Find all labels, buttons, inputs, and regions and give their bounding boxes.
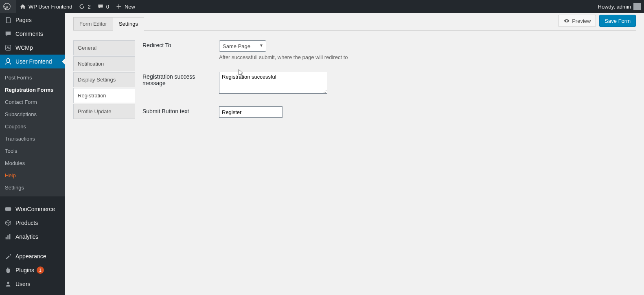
save-label: Save Form xyxy=(605,18,631,24)
comment-icon xyxy=(97,3,104,10)
wcmp-icon xyxy=(4,44,12,52)
menu-wcmp-label: WCMp xyxy=(15,44,33,51)
ab-updates[interactable]: 2 xyxy=(75,0,94,13)
menu-user-frontend[interactable]: User Frontend xyxy=(0,55,65,68)
admin-sidebar: Pages Comments WCMp User Frontend Post F… xyxy=(0,13,65,129)
menu-comments[interactable]: Comments xyxy=(0,27,65,41)
menu-pages-label: Pages xyxy=(15,17,32,23)
menu-comments-label: Comments xyxy=(15,31,43,37)
settings-tab-general[interactable]: General xyxy=(73,40,135,55)
ab-comments[interactable]: 0 xyxy=(94,0,112,13)
settings-vertical-tabs: General Notification Display Settings Re… xyxy=(73,40,135,129)
menu-pages[interactable]: Pages xyxy=(0,13,65,27)
update-icon xyxy=(79,3,85,10)
settings-tab-display[interactable]: Display Settings xyxy=(73,72,135,87)
plus-icon xyxy=(116,3,122,10)
label-submit-button-text: Submit Button text xyxy=(142,106,219,114)
sub-contact-form[interactable]: Contact Form xyxy=(0,96,65,108)
settings-body: Redirect To Same Page After successfull … xyxy=(135,40,636,129)
svg-rect-1 xyxy=(6,45,11,51)
eye-icon xyxy=(563,18,570,24)
tab-settings[interactable]: Settings xyxy=(113,17,144,31)
wp-logo[interactable] xyxy=(0,0,16,13)
submenu-user-frontend: Post Forms Registration Forms Contact Fo… xyxy=(0,68,65,129)
menu-wcmp[interactable]: WCMp xyxy=(0,41,65,55)
preview-label: Preview xyxy=(572,18,591,24)
input-submit-button-text[interactable] xyxy=(219,106,283,118)
ab-user[interactable]: Howdy, admin xyxy=(595,0,644,13)
pages-icon xyxy=(4,16,12,24)
ab-site-home[interactable]: WP User Frontend xyxy=(16,0,75,13)
settings-tab-profile-update[interactable]: Profile Update xyxy=(73,104,135,119)
ab-site-title: WP User Frontend xyxy=(28,4,72,10)
ab-new[interactable]: New xyxy=(112,0,138,13)
label-success-message: Registration success message xyxy=(142,72,219,86)
sub-registration-forms[interactable]: Registration Forms xyxy=(0,84,65,96)
comments-icon xyxy=(4,30,12,38)
user-frontend-icon xyxy=(4,57,12,66)
settings-tab-notification[interactable]: Notification xyxy=(73,56,135,71)
label-redirect-to: Redirect To xyxy=(142,40,219,48)
save-button[interactable]: Save Form xyxy=(599,15,636,27)
admin-bar: WP User Frontend 2 0 New Howdy, admin xyxy=(0,0,644,13)
menu-user-frontend-label: User Frontend xyxy=(15,58,52,65)
select-redirect-to-value: Same Page xyxy=(223,43,250,49)
help-redirect-to: After successfull submit, where the page… xyxy=(219,54,348,60)
ab-updates-count: 2 xyxy=(88,4,90,10)
preview-button[interactable]: Preview xyxy=(558,15,596,27)
textarea-success-message[interactable] xyxy=(219,72,327,94)
settings-tab-registration[interactable]: Registration xyxy=(73,88,135,103)
select-redirect-to[interactable]: Same Page xyxy=(219,40,266,52)
sub-coupons[interactable]: Coupons xyxy=(0,120,65,129)
wordpress-icon xyxy=(3,3,11,10)
ab-new-label: New xyxy=(125,4,135,10)
tab-form-editor[interactable]: Form Editor xyxy=(73,17,113,31)
tab-nav: Form Editor Settings Preview Save Form xyxy=(73,13,636,31)
ab-comments-count: 0 xyxy=(106,4,109,10)
home-icon xyxy=(20,3,26,10)
avatar xyxy=(633,3,641,10)
sub-post-forms[interactable]: Post Forms xyxy=(0,71,65,84)
content: Form Editor Settings Preview Save Form G… xyxy=(65,13,644,129)
ab-howdy: Howdy, admin xyxy=(598,4,631,10)
sub-subscriptions[interactable]: Subscriptions xyxy=(0,108,65,120)
settings-wrap: General Notification Display Settings Re… xyxy=(73,31,636,129)
